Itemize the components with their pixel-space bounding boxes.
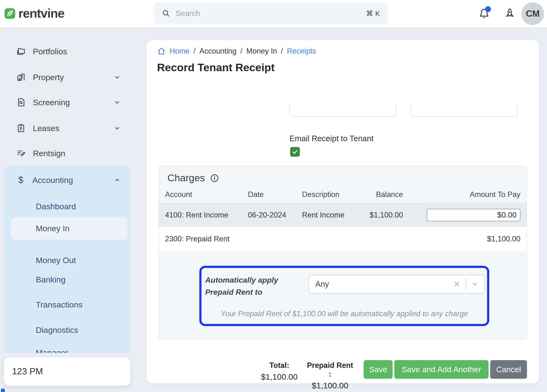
prepaid-apply-hint: Your Prepaid Rent of $1,100.00 will be a… xyxy=(202,309,487,318)
column-balance: Balance xyxy=(362,190,410,199)
sidebar-item-screening[interactable]: Screening xyxy=(4,95,130,110)
sidebar-item-label: Manager xyxy=(36,348,68,353)
breadcrumb-separator: / xyxy=(194,47,196,56)
save-and-add-another-button[interactable]: Save and Add Another xyxy=(394,360,489,379)
sidebar-item-rentsign[interactable]: Rentsign xyxy=(4,146,130,161)
charges-table-row: 4100: Rent Income 06-20-2024 Rent Income… xyxy=(159,203,526,227)
total-value: $1,100.00 xyxy=(255,372,303,382)
sidebar-item-label: Banking xyxy=(36,275,65,284)
notification-dot xyxy=(485,6,491,12)
sidebar-item-label: Accounting xyxy=(32,175,73,185)
prepaid-rent-stat: Prepaid Rent : $1,100.00 xyxy=(306,361,354,390)
prepaid-apply-select[interactable]: Any xyxy=(309,275,485,294)
sidebar-item-label: Screening xyxy=(33,98,70,107)
top-header: rentvine ⌘ K CM xyxy=(0,0,547,27)
cell-date: 06-20-2024 xyxy=(248,211,302,219)
cancel-button[interactable]: Cancel xyxy=(490,360,527,379)
sidebar-item-label: Diagnostics xyxy=(36,325,78,335)
user-avatar[interactable]: CM xyxy=(521,2,544,25)
folders-icon xyxy=(16,46,26,56)
prepaid-rent-value: $1,100.00 xyxy=(306,381,354,390)
email-receipt-label: Email Receipt to Tenant xyxy=(289,134,374,143)
form-input-partial-right[interactable] xyxy=(411,103,518,117)
cell-amount-to-pay: $1,100.00 xyxy=(410,235,520,243)
sidebar-item-label: Rentsign xyxy=(33,149,65,158)
sidebar-item-label: Money In xyxy=(36,224,70,233)
rentsign-icon xyxy=(16,148,26,158)
sidebar-item-manager[interactable]: Manager xyxy=(4,345,130,353)
prepaid-rent-label: Prepaid Rent : xyxy=(306,361,354,378)
avatar-initials: CM xyxy=(526,9,540,19)
clear-x-icon[interactable] xyxy=(453,280,461,288)
global-search[interactable]: ⌘ K xyxy=(154,2,388,24)
total-stat: Total: $1,100.00 xyxy=(255,361,303,382)
sidebar-item-leases[interactable]: Leases xyxy=(4,121,130,136)
rocket-icon xyxy=(504,7,516,20)
time-toast-label: 123 PM xyxy=(12,366,43,377)
chevron-down-icon xyxy=(114,99,121,106)
column-account: Account xyxy=(165,190,248,199)
sidebar-item-label: Transactions xyxy=(36,300,82,309)
prepaid-apply-highlight-box: Automatically apply Prepaid Rent to Any … xyxy=(199,266,489,326)
chevron-down-icon xyxy=(114,125,121,132)
notifications-button[interactable] xyxy=(477,6,491,21)
breadcrumb-home[interactable]: Home xyxy=(170,47,190,56)
sidebar-item-money-in[interactable]: Money In xyxy=(11,217,128,240)
select-divider xyxy=(466,279,466,290)
sidebar-item-label: Dashboard xyxy=(36,202,76,211)
sidebar-item-portfolios[interactable]: Portfolios xyxy=(4,44,130,59)
cell-account: 2300: Prepaid Rent xyxy=(165,235,248,243)
sidebar-item-transactions[interactable]: Transactions xyxy=(4,297,130,312)
column-description: Description xyxy=(302,190,362,199)
breadcrumb-receipts[interactable]: Receipts xyxy=(287,47,316,56)
sidebar-item-label: Portfolios xyxy=(33,47,67,56)
chevron-up-icon xyxy=(114,176,121,184)
sidebar-item-diagnostics[interactable]: Diagnostics xyxy=(4,322,130,337)
time-toast: 123 PM xyxy=(4,357,130,386)
search-shortcut: ⌘ K xyxy=(366,9,380,18)
rentvine-logo[interactable]: rentvine xyxy=(4,7,64,20)
chevron-down-icon xyxy=(114,74,121,81)
column-amount-to-pay: Amount To Pay xyxy=(410,190,520,199)
sidebar-item-property[interactable]: Property xyxy=(4,70,130,85)
breadcrumb-accounting: Accounting xyxy=(199,47,236,56)
breadcrumb-separator: / xyxy=(281,47,283,56)
cell-description: Rent Income xyxy=(302,211,362,219)
sidebar-accounting-panel: $ Accounting Dashboard Money In Money Ou… xyxy=(4,165,130,353)
main-content-card: Home / Accounting / Money In / Receipts … xyxy=(146,40,539,384)
cell-account: 4100: Rent Income xyxy=(165,211,248,219)
chevron-down-icon[interactable] xyxy=(471,280,479,288)
save-button[interactable]: Save xyxy=(364,360,393,379)
sidebar-item-dashboard[interactable]: Dashboard xyxy=(4,199,130,214)
check-icon xyxy=(292,148,298,155)
leases-icon xyxy=(16,123,26,133)
charges-title: Charges xyxy=(167,172,205,184)
prepaid-apply-selected-value: Any xyxy=(315,280,329,289)
logo-wordmark: rentvine xyxy=(18,7,64,20)
breadcrumb-money-in: Money In xyxy=(246,47,277,56)
breadcrumb-separator: / xyxy=(240,47,243,56)
cell-balance: $1,100.00 xyxy=(362,211,410,219)
sidebar-item-label: Money Out xyxy=(36,256,76,265)
charges-header: Charges xyxy=(167,172,219,184)
charges-table-header: Account Date Description Balance Amount … xyxy=(159,188,526,201)
rentvine-leaf-icon xyxy=(4,7,16,20)
sidebar-item-label: Property xyxy=(33,73,64,82)
search-icon xyxy=(162,9,170,18)
prepaid-apply-label: Automatically apply Prepaid Rent to xyxy=(205,274,307,298)
form-input-partial-left[interactable] xyxy=(289,103,396,117)
info-icon[interactable] xyxy=(210,173,219,183)
charges-table-row: 2300: Prepaid Rent $1,100.00 xyxy=(159,227,526,251)
whats-new-button[interactable] xyxy=(503,6,517,21)
email-receipt-checkbox[interactable] xyxy=(290,147,300,157)
sidebar-item-money-out[interactable]: Money Out xyxy=(4,253,130,268)
page-title: Record Tenant Receipt xyxy=(157,61,275,74)
charges-section: Charges Account Date Description Balance… xyxy=(158,166,527,339)
amount-to-pay-input[interactable] xyxy=(427,209,520,221)
home-icon xyxy=(157,47,166,56)
sidebar-item-label: Leases xyxy=(33,124,59,133)
sidebar-item-banking[interactable]: Banking xyxy=(4,272,130,287)
sidebar-item-accounting[interactable]: $ Accounting xyxy=(4,173,130,188)
search-input[interactable] xyxy=(176,9,366,18)
property-icon xyxy=(16,72,26,82)
